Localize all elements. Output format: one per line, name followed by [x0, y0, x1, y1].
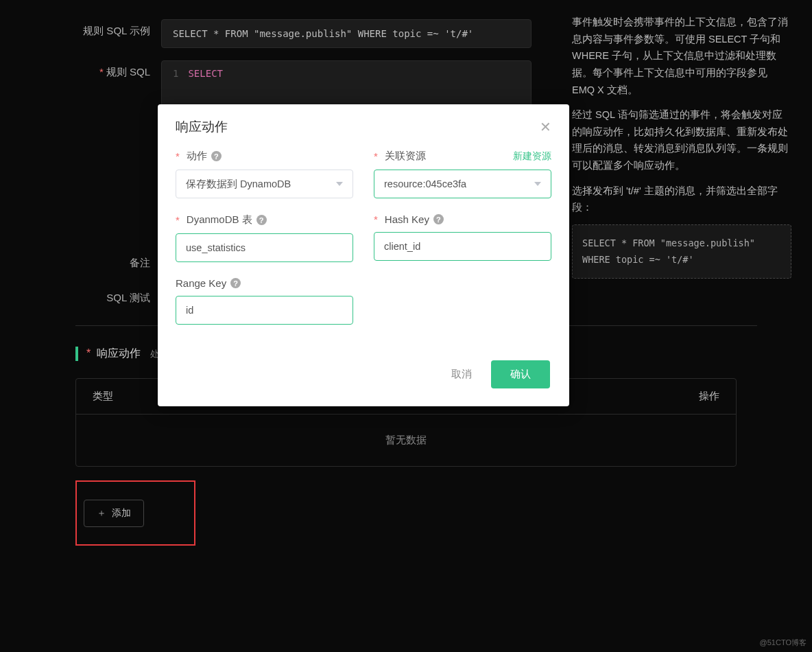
watermark: @51CTO博客	[760, 638, 807, 648]
cancel-button[interactable]: 取消	[446, 361, 477, 388]
help-icon[interactable]: ?	[433, 214, 444, 224]
response-section-title: 响应动作	[97, 347, 141, 359]
rule-sql-label: *规则 SQL	[21, 60, 161, 79]
sql-example-code: SELECT * FROM "message.publish" WHERE to…	[161, 19, 532, 48]
line-number: 1	[173, 68, 178, 79]
table-input[interactable]: use_statistics	[176, 233, 353, 262]
confirm-button[interactable]: 确认	[491, 360, 550, 388]
help-paragraph-1: 事件触发时会携带事件的上下文信息，包含了消息内容与事件参数等。可使用 SELEC…	[572, 14, 791, 98]
response-action-modal: 响应动作 ✕ * 动作 ? 保存数据到 DynamoDB	[158, 104, 569, 406]
th-op: 操作	[623, 390, 719, 403]
modal-title: 响应动作	[176, 118, 228, 136]
action-label: * 动作 ?	[176, 150, 353, 163]
help-icon[interactable]: ?	[230, 278, 241, 288]
hash-input[interactable]: client_id	[374, 232, 551, 261]
help-paragraph-3: 选择发布到 't/#' 主题的消息，并筛选出全部字段：	[572, 183, 791, 216]
close-icon[interactable]: ✕	[540, 119, 551, 135]
plus-icon: ＋	[97, 507, 106, 518]
new-resource-link[interactable]: 新建资源	[513, 150, 551, 163]
help-icon[interactable]: ?	[211, 151, 222, 161]
chevron-down-icon	[534, 182, 541, 186]
help-paragraph-2: 经过 SQL 语句筛选通过的事件，将会触发对应的响应动作，比如持久化到数据库、重…	[572, 106, 791, 174]
note-label: 备注	[21, 251, 161, 270]
table-label: * DyanmoDB 表 ?	[176, 213, 353, 226]
chevron-down-icon	[336, 182, 343, 186]
help-code-block: SELECT * FROM "message.publish" WHERE to…	[572, 224, 791, 279]
resource-select[interactable]: resource:045ce3fa	[374, 170, 551, 198]
add-button[interactable]: ＋添加	[84, 500, 144, 527]
sql-test-label: SQL 测试	[21, 292, 161, 305]
resource-label: * 关联资源	[374, 150, 426, 163]
hash-label: * Hash Key ?	[374, 213, 551, 225]
help-icon[interactable]: ?	[256, 215, 267, 225]
no-data-message: 暂无数据	[76, 415, 736, 466]
sql-example-label: 规则 SQL 示例	[21, 19, 161, 38]
sql-keyword: SELECT	[188, 68, 223, 79]
range-input[interactable]: id	[176, 296, 353, 325]
action-select[interactable]: 保存数据到 DynamoDB	[176, 170, 353, 198]
range-label: Range Key ?	[176, 277, 353, 289]
